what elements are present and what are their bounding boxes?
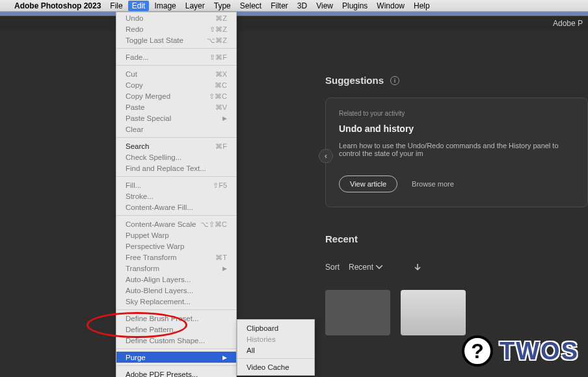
edit-menu-item[interactable]: Clear <box>116 124 236 135</box>
window-title: Adobe P <box>553 19 583 28</box>
recent-thumbnails <box>325 290 588 335</box>
menu-item-label: Fill... <box>126 181 141 190</box>
suggestions-heading: Suggestions <box>325 75 384 86</box>
browse-more-button[interactable]: Browse more <box>412 180 454 188</box>
recent-thumb[interactable] <box>401 290 466 335</box>
menu-shortcut: ⌘T <box>215 253 227 262</box>
edit-menu-item[interactable]: Define Pattern... <box>116 324 236 335</box>
menu-plugins[interactable]: Plugins <box>342 1 368 10</box>
menu-shortcut: ⌘V <box>215 103 227 112</box>
edit-menu-item[interactable]: Auto-Blend Layers... <box>116 285 236 296</box>
edit-menu-item[interactable]: Define Brush Preset... <box>116 313 236 324</box>
menu-item-label: Copy <box>126 81 143 90</box>
submenu-arrow-icon: ▶ <box>222 353 227 362</box>
menu-item-label: Content-Aware Scale <box>126 220 196 229</box>
menu-item-label: Paste Special <box>126 114 171 123</box>
submenu-arrow-icon: ▶ <box>222 264 227 273</box>
view-article-button[interactable]: View article <box>339 176 397 192</box>
menu-item-label: Clear <box>126 125 143 134</box>
recent-heading: Recent <box>325 233 588 244</box>
menu-item-label: Toggle Last State <box>126 36 183 45</box>
menu-window[interactable]: Window <box>377 1 405 10</box>
edit-menu-item[interactable]: Check Spelling... <box>116 151 236 162</box>
menu-select[interactable]: Select <box>240 1 261 10</box>
edit-menu-item[interactable]: Perspective Warp <box>116 240 236 252</box>
edit-menu-item[interactable]: Fill...⇧F5 <box>116 179 236 190</box>
menu-item-label: Fade... <box>126 53 149 62</box>
edit-menu-item[interactable]: Copy Merged⇧⌘C <box>116 90 236 101</box>
edit-menu-item[interactable]: Free Transform⌘T <box>116 252 236 263</box>
edit-menu-item[interactable]: Stroke... <box>116 190 236 202</box>
menu-file[interactable]: File <box>110 1 122 10</box>
edit-menu-item[interactable]: Cut⌘X <box>116 68 236 79</box>
home-panel: Suggestions i ‹ Related to your activity… <box>306 36 588 377</box>
menu-item-label: Puppet Warp <box>126 231 169 240</box>
menu-item-label: Check Spelling... <box>126 153 181 162</box>
sort-value: Recent <box>349 263 373 272</box>
suggestion-card: ‹ Related to your activity Undo and hist… <box>325 98 588 207</box>
sort-dropdown[interactable]: Recent <box>349 263 382 272</box>
edit-menu-item[interactable]: Search⌘F <box>116 140 236 151</box>
card-description: Learn how to use the Undo/Redo commands … <box>339 142 574 157</box>
menu-item-label: Define Pattern... <box>126 325 180 334</box>
menu-shortcut: ⌘Z <box>215 14 227 23</box>
menu-shortcut: ⇧F5 <box>213 181 227 190</box>
menu-view[interactable]: View <box>316 1 333 10</box>
edit-menu-item[interactable]: Puppet Warp <box>116 229 236 240</box>
edit-menu-item[interactable]: Copy⌘C <box>116 79 236 90</box>
menu-item-label: Define Custom Shape... <box>126 336 205 345</box>
menu-item-label: Undo <box>126 14 144 23</box>
edit-menu-item[interactable]: Find and Replace Text... <box>116 162 236 174</box>
edit-menu-item[interactable]: Auto-Align Layers... <box>116 274 236 285</box>
menu-3d[interactable]: 3D <box>297 1 307 10</box>
menu-item-label: Adobe PDF Presets... <box>126 370 198 378</box>
menu-shortcut: ⇧⌘C <box>209 92 227 101</box>
menu-shortcut: ⌘X <box>215 70 227 79</box>
card-title: Undo and history <box>339 124 574 134</box>
menu-shortcut: ⌥⇧⌘C <box>200 220 227 229</box>
menu-shortcut: ⌘C <box>215 81 227 90</box>
edit-menu-item[interactable]: Content-Aware Fill... <box>116 202 236 213</box>
edit-dropdown: Undo⌘ZRedo⇧⌘ZToggle Last State⌥⌘ZFade...… <box>116 12 237 377</box>
menu-filter[interactable]: Filter <box>271 1 288 10</box>
edit-menu-item[interactable]: Adobe PDF Presets... <box>116 369 236 377</box>
menu-shortcut: ⇧⌘F <box>209 53 227 62</box>
purge-menu-item[interactable]: All <box>237 344 314 356</box>
sort-direction-icon[interactable] <box>414 263 421 272</box>
edit-menu-item[interactable]: Undo⌘Z <box>116 12 236 23</box>
edit-menu-item[interactable]: Paste Special▶ <box>116 112 236 124</box>
menu-item-label: Auto-Align Layers... <box>126 275 191 284</box>
chevron-left-icon[interactable]: ‹ <box>319 149 333 163</box>
menu-item-label: Redo <box>126 25 144 34</box>
menu-shortcut: ⇧⌘Z <box>209 25 227 34</box>
submenu-arrow-icon: ▶ <box>222 114 227 123</box>
menu-item-label: Paste <box>126 103 144 112</box>
edit-menu-item[interactable]: Redo⇧⌘Z <box>116 23 236 34</box>
edit-menu-item[interactable]: Content-Aware Scale⌥⇧⌘C <box>116 218 236 229</box>
menu-item-label: Search <box>126 142 149 151</box>
menu-item-label: Find and Replace Text... <box>126 164 206 173</box>
menu-edit[interactable]: Edit <box>128 1 150 11</box>
menu-layer[interactable]: Layer <box>185 1 205 10</box>
app-name: Adobe Photoshop 2023 <box>14 1 101 10</box>
menu-help[interactable]: Help <box>414 1 430 10</box>
menu-item-label: Perspective Warp <box>126 242 184 251</box>
menu-image[interactable]: Image <box>154 1 176 10</box>
menu-type[interactable]: Type <box>214 1 231 10</box>
edit-menu-item[interactable]: Purge▶ <box>116 352 236 363</box>
recent-thumb[interactable] <box>325 290 390 335</box>
edit-menu-item[interactable]: Paste⌘V <box>116 101 236 112</box>
purge-menu-item[interactable]: Clipboard <box>237 322 314 333</box>
edit-menu-item[interactable]: Transform▶ <box>116 263 236 274</box>
menu-item-label: Free Transform <box>126 253 177 262</box>
menu-item-label: Purge <box>126 353 146 362</box>
edit-menu-item[interactable]: Toggle Last State⌥⌘Z <box>116 34 236 46</box>
edit-menu-item[interactable]: Sky Replacement... <box>116 296 236 307</box>
menu-item-label: Sky Replacement... <box>126 297 191 306</box>
edit-menu-item[interactable]: Fade...⇧⌘F <box>116 51 236 62</box>
purge-menu-item[interactable]: Video Cache <box>237 361 314 372</box>
menu-item-label: Cut <box>126 70 137 79</box>
info-icon[interactable]: i <box>390 76 399 85</box>
edit-menu-item[interactable]: Define Custom Shape... <box>116 335 236 346</box>
watermark-logo-icon: ? <box>462 335 493 367</box>
